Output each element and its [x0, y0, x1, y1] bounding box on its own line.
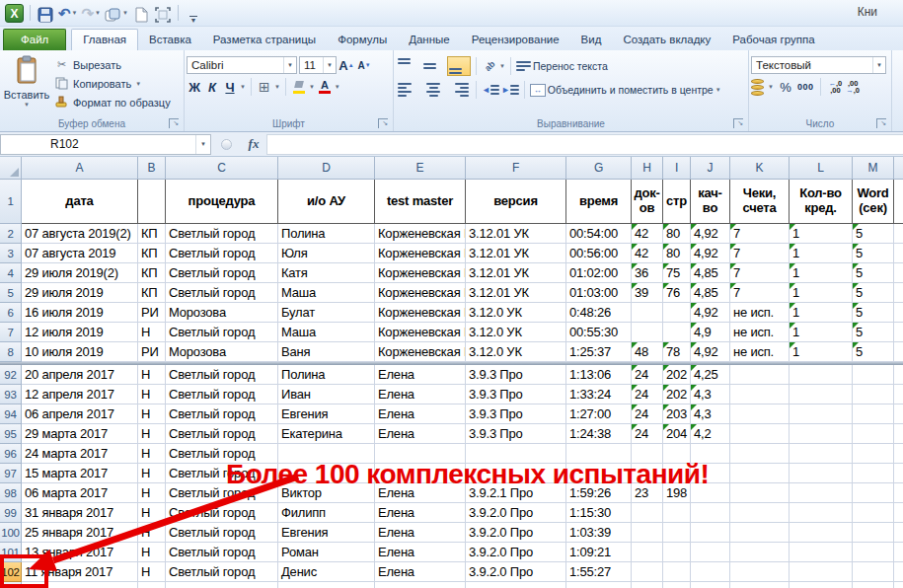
cell[interactable] [790, 562, 853, 582]
cell[interactable] [790, 464, 853, 483]
paste-button[interactable]: Вставить ▼ [2, 52, 51, 115]
cell[interactable]: 1:27:00 [566, 404, 632, 424]
cell[interactable]: 24 [632, 424, 663, 444]
cell[interactable]: Н [138, 464, 166, 483]
cell[interactable]: test master [375, 180, 466, 224]
cell[interactable] [632, 323, 663, 342]
cell[interactable] [663, 503, 691, 523]
cell[interactable]: 1 [790, 342, 853, 362]
cell[interactable]: 1 [790, 323, 853, 342]
new-document-icon[interactable] [132, 3, 150, 23]
cell[interactable] [730, 365, 790, 385]
undo-icon[interactable]: ↶▼ [58, 3, 78, 23]
cell[interactable] [730, 464, 790, 483]
percent-style-button[interactable]: % [778, 79, 793, 96]
cell[interactable] [790, 582, 853, 588]
font-family-select[interactable]: Calibri▼ [187, 56, 297, 74]
font-size-dropdown-icon[interactable]: ▼ [323, 57, 336, 73]
increase-decimal-icon[interactable]: ←,0,00 [828, 80, 842, 94]
cell[interactable] [853, 483, 894, 503]
cell[interactable] [894, 365, 903, 385]
row-header[interactable]: 4 [0, 263, 22, 283]
cell[interactable] [691, 582, 730, 588]
tab-ribbon-2[interactable]: Вставка [138, 30, 202, 50]
cell[interactable] [853, 365, 894, 385]
cell[interactable] [730, 523, 790, 543]
cell[interactable] [730, 404, 790, 424]
column-header[interactable]: I [663, 157, 691, 180]
cell[interactable] [663, 562, 691, 582]
cell[interactable]: 1:15:30 [566, 503, 632, 523]
cell[interactable]: 3.9.2.0 Про [466, 523, 566, 543]
cell[interactable] [663, 303, 691, 323]
copy-dropdown-icon[interactable]: ▼ [135, 81, 141, 87]
cell[interactable]: не исп. [730, 323, 790, 342]
column-header[interactable]: J [691, 157, 730, 180]
cell[interactable]: 15 марта 2017 [22, 464, 138, 483]
copy-button[interactable]: Копировать ▼ [54, 76, 171, 91]
cell[interactable]: 3.12.0 УК [466, 342, 566, 362]
cell[interactable]: 78 [663, 342, 691, 362]
clipboard-dialog-launcher-icon[interactable]: ↘ [169, 118, 179, 128]
cell[interactable]: Евгения [278, 404, 375, 424]
cell[interactable]: 4,92 [691, 303, 730, 323]
cell[interactable]: Чеки, счета [730, 180, 790, 224]
cell[interactable] [894, 224, 903, 244]
cell[interactable]: 36 [632, 263, 663, 283]
tab-ribbon-8[interactable]: Создать вкладку [612, 30, 721, 50]
cell[interactable] [790, 523, 853, 543]
cell[interactable]: Юля [278, 244, 375, 263]
cut-button[interactable]: ✂ Вырезать [54, 57, 171, 72]
decrease-decimal-icon[interactable]: ,00→,0 [846, 80, 860, 94]
cell[interactable] [632, 523, 663, 543]
row-header[interactable]: 96 [0, 444, 22, 464]
cell[interactable]: 31 января 2017 [22, 503, 138, 523]
cell[interactable] [663, 582, 691, 588]
cell[interactable] [375, 582, 466, 588]
font-family-dropdown-icon[interactable]: ▼ [283, 57, 296, 73]
cell[interactable] [730, 385, 790, 404]
column-header[interactable]: H [632, 157, 663, 180]
fill-color-dropdown-icon[interactable]: ▼ [309, 84, 315, 90]
cell[interactable]: Роман [278, 543, 375, 562]
cell[interactable]: 1:09:21 [566, 543, 632, 562]
decrease-indent-icon[interactable]: ◄ [482, 82, 499, 99]
cell[interactable]: Катя [278, 263, 375, 283]
cell[interactable]: Евгения [278, 523, 375, 543]
cell[interactable]: 1:33:24 [566, 385, 632, 404]
cell[interactable]: 48 [632, 342, 663, 362]
cell[interactable] [894, 244, 903, 263]
cell[interactable]: Екатерина [278, 424, 375, 444]
cell[interactable]: 01:02:00 [566, 263, 632, 283]
cell[interactable]: Светлый город [166, 283, 278, 303]
cell[interactable]: 5 [853, 283, 894, 303]
row-header[interactable]: 93 [0, 385, 22, 404]
cell[interactable]: Н [138, 503, 166, 523]
cell[interactable]: 3.12.01 УК [466, 283, 566, 303]
cell[interactable]: 4,2 [691, 424, 730, 444]
accounting-format-icon[interactable] [751, 79, 764, 96]
cell[interactable]: 4,85 [691, 283, 730, 303]
tab-ribbon-1[interactable]: Главная [71, 29, 138, 50]
cell[interactable]: Булат [278, 303, 375, 323]
cell[interactable]: Word (сек) [853, 180, 894, 224]
paste-dropdown-icon[interactable]: ▼ [24, 102, 30, 108]
cell[interactable]: Светлый город [166, 543, 278, 562]
cell[interactable] [166, 582, 278, 588]
cell[interactable]: 1:25:37 [566, 342, 632, 362]
cell[interactable] [632, 543, 663, 562]
cell[interactable]: процедура [166, 180, 278, 224]
cell[interactable]: кач-во [691, 180, 730, 224]
cell[interactable]: 202 [663, 365, 691, 385]
wrap-text-button[interactable]: Перенос текста [533, 60, 608, 72]
cell[interactable]: Светлый город [166, 224, 278, 244]
row-header[interactable]: 101 [0, 543, 22, 562]
orientation-icon[interactable]: ab [482, 58, 497, 75]
cell[interactable]: Н [138, 424, 166, 444]
cell[interactable]: 3.12.01 УК [466, 244, 566, 263]
alignment-dialog-launcher-icon[interactable]: ↘ [733, 118, 743, 128]
cell[interactable]: 24 [632, 365, 663, 385]
cell[interactable]: 1 [790, 224, 853, 244]
merge-center-button[interactable]: Объединить и поместить в центре [548, 84, 714, 96]
cell[interactable] [894, 342, 903, 362]
